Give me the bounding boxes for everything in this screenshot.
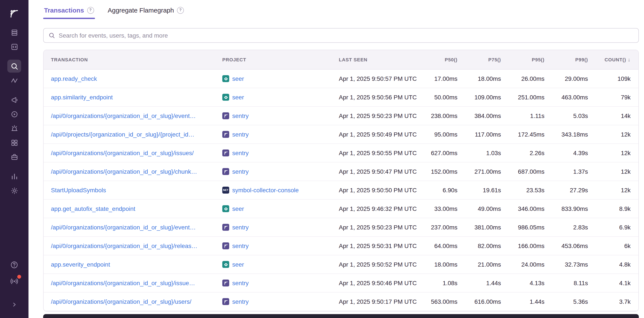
sentry-project-icon (222, 279, 229, 286)
project-link[interactable]: seer (232, 94, 244, 101)
p75-cell: 49.00ms (464, 205, 508, 212)
sentry-project-icon (222, 112, 229, 119)
whats-new-icon[interactable] (7, 275, 21, 288)
project-link[interactable]: symbol-collector-console (232, 187, 299, 194)
transaction-link[interactable]: /api/0/organizations/{organization_id_or… (51, 279, 195, 286)
help-icon[interactable] (7, 258, 21, 271)
projects-icon[interactable] (7, 40, 21, 53)
project-link[interactable]: sentry (232, 112, 248, 119)
project-cell: sentry (222, 112, 339, 119)
count-cell: 4.1k (595, 279, 638, 286)
column-header-last-seen[interactable]: LAST SEEN (339, 57, 421, 62)
count-cell: 8.9k (595, 205, 638, 212)
transaction-link[interactable]: /api/0/organizations/{organization_id_or… (51, 298, 192, 305)
tab-aggregate-flamegraph[interactable]: Aggregate Flamegraph ? (107, 6, 185, 19)
project-link[interactable]: sentry (232, 224, 248, 231)
p50-cell: 50.00ms (421, 94, 464, 101)
notification-dot (16, 274, 22, 279)
search-input-icon (48, 32, 55, 39)
sentry-project-icon (222, 168, 229, 175)
p75-cell: 21.00ms (464, 261, 508, 268)
table-row: app.ready_checkseerApr 1, 2025 9:50:57 P… (44, 70, 638, 88)
p99-cell: 1.37s (552, 168, 595, 175)
transaction-link[interactable]: /api/0/organizations/{organization_id_or… (51, 242, 198, 249)
transaction-link[interactable]: app.similarity_endpoint (51, 94, 113, 101)
transaction-cell: /api/0/organizations/{organization_id_or… (44, 224, 222, 231)
transaction-link[interactable]: /api/0/organizations/{organization_id_or… (51, 150, 194, 156)
search-icon[interactable] (7, 60, 21, 73)
column-header-project[interactable]: PROJECT (222, 57, 339, 62)
count-cell: 3.7k (595, 298, 638, 305)
search-input[interactable] (59, 32, 638, 39)
dashboards-icon[interactable] (7, 136, 21, 149)
issues-icon[interactable] (7, 26, 21, 39)
project-link[interactable]: seer (232, 261, 244, 268)
project-link[interactable]: sentry (232, 150, 248, 156)
p99-cell: 5.36s (552, 298, 595, 305)
feedback-icon[interactable] (7, 93, 21, 106)
stats-icon[interactable] (7, 170, 21, 183)
project-link[interactable]: seer (232, 75, 244, 82)
last-seen-cell: Apr 1, 2025 9:50:47 PM UTC (339, 168, 421, 175)
project-link[interactable]: sentry (232, 279, 248, 286)
transaction-cell: /api/0/organizations/{organization_id_or… (44, 168, 222, 175)
tab-transactions[interactable]: Transactions ? (43, 6, 95, 19)
p95-cell: 166.00ms (508, 242, 552, 249)
project-link[interactable]: sentry (232, 168, 248, 175)
transaction-link[interactable]: StartUploadSymbols (51, 187, 106, 194)
transaction-cell: /api/0/organizations/{organization_id_or… (44, 298, 222, 305)
sentry-logo[interactable] (9, 5, 20, 23)
project-link[interactable]: sentry (232, 298, 248, 305)
traces-icon[interactable] (7, 74, 21, 87)
transaction-link[interactable]: app.ready_check (51, 75, 97, 82)
project-cell: sentry (222, 131, 339, 138)
table-row: /api/0/organizations/{organization_id_or… (44, 162, 638, 181)
column-header-transaction[interactable]: TRANSACTION (44, 57, 222, 62)
search-bar[interactable] (43, 28, 639, 43)
project-cell: seer (222, 94, 339, 101)
column-header-p75[interactable]: P75() (464, 57, 508, 62)
expand-sidebar-icon[interactable] (7, 298, 21, 311)
column-header-count[interactable]: COUNT() ↓ (595, 57, 638, 63)
last-seen-cell: Apr 1, 2025 9:46:32 PM UTC (339, 205, 421, 212)
last-seen-cell: Apr 1, 2025 9:50:57 PM UTC (339, 75, 421, 82)
transaction-link[interactable]: app.get_autofix_state_endpoint (51, 205, 135, 212)
settings-icon[interactable] (7, 184, 21, 197)
p50-cell: 1.08s (421, 279, 464, 286)
table-row: /api/0/organizations/{organization_id_or… (44, 144, 638, 162)
seer-project-icon (222, 94, 229, 101)
sidebar-group-admin (7, 170, 21, 197)
transaction-link[interactable]: app.severity_endpoint (51, 261, 110, 268)
transaction-link[interactable]: /api/0/organizations/{organization_id_or… (51, 224, 196, 231)
table-row: /api/0/organizations/{organization_id_or… (44, 292, 638, 311)
aggregate-flamegraph-help-icon[interactable]: ? (177, 7, 184, 14)
project-link[interactable]: seer (232, 205, 244, 212)
p99-cell: 343.18ms (552, 131, 595, 138)
p75-cell: 19.61s (464, 187, 508, 194)
sentry-project-icon (222, 224, 229, 231)
seer-project-icon (222, 261, 229, 268)
p75-cell: 384.00ms (464, 112, 508, 119)
transaction-link[interactable]: /api/0/organizations/{organization_id_or… (51, 112, 196, 119)
alerts-icon[interactable] (7, 122, 21, 135)
count-cell: 12k (595, 131, 638, 138)
p75-cell: 381.00ms (464, 224, 508, 231)
table-row: app.similarity_endpointseerApr 1, 2025 9… (44, 88, 638, 107)
p50-cell: 6.90s (421, 187, 464, 194)
sidebar-group-features (7, 93, 21, 163)
releases-icon[interactable] (7, 150, 21, 163)
replays-icon[interactable] (7, 108, 21, 121)
last-seen-cell: Apr 1, 2025 9:50:23 PM UTC (339, 224, 421, 231)
p95-cell: 346.00ms (508, 205, 552, 212)
p50-cell: 152.00ms (421, 168, 464, 175)
column-header-p95[interactable]: P95() (508, 57, 552, 62)
column-header-p50[interactable]: P50() (421, 57, 464, 62)
column-header-p99[interactable]: P99() (552, 57, 595, 62)
project-link[interactable]: sentry (232, 242, 248, 249)
project-link[interactable]: sentry (232, 131, 248, 138)
dotnet-project-icon: NET (222, 187, 229, 194)
transaction-link[interactable]: /api/0/projects/{organization_id_or_slug… (51, 131, 194, 138)
project-cell: sentry (222, 150, 339, 156)
transaction-link[interactable]: /api/0/organizations/{organization_id_or… (51, 168, 197, 175)
transactions-help-icon[interactable]: ? (87, 7, 94, 14)
